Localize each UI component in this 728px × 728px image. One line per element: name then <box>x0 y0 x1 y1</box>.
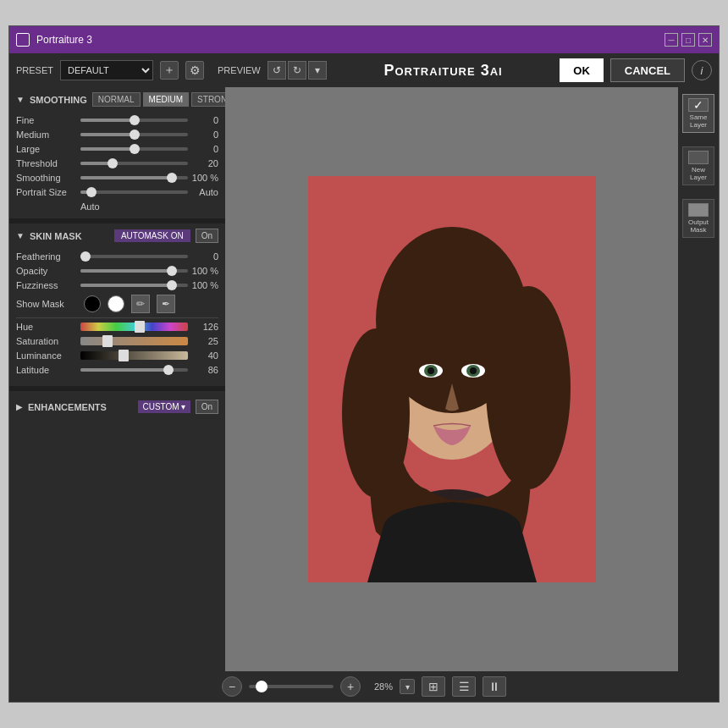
show-mask-row: Show Mask ✏ ✒ <box>16 295 218 313</box>
hue-slider-track <box>80 323 188 331</box>
skin-mask-arrow-icon[interactable]: ▼ <box>16 231 25 240</box>
strong-button[interactable]: STRONG <box>191 92 225 107</box>
threshold-label: Threshold <box>16 158 77 168</box>
mask-black-circle[interactable] <box>84 295 101 312</box>
enhancements-title: ENHANCEMENTS <box>28 402 107 412</box>
opacity-slider-fill <box>80 269 172 273</box>
settings-button[interactable]: ⚙ <box>185 61 204 80</box>
medium-value: 0 <box>191 130 218 140</box>
zoom-slider-thumb[interactable] <box>256 681 267 692</box>
skin-mask-title: SKIN MASK <box>30 231 82 241</box>
latitude-slider-fill <box>80 368 168 372</box>
undo-button[interactable]: ↺ <box>267 61 286 80</box>
same-layer-button[interactable]: ✓ SameLayer <box>682 94 714 133</box>
skin-mask-content: Feathering 0 Opacity 100 % <box>9 248 225 386</box>
minimize-button[interactable]: ─ <box>665 33 678 47</box>
bottom-bar: − + 28% ▾ ⊞ ☰ ⏸ <box>9 671 719 702</box>
undo-dropdown-button[interactable]: ▾ <box>308 61 327 80</box>
luminance-slider-row: Luminance 40 <box>16 350 218 361</box>
fine-slider-thumb[interactable] <box>130 115 140 125</box>
zoom-in-button[interactable]: + <box>340 676 361 697</box>
output-mask-button[interactable]: OutputMask <box>682 199 714 238</box>
fuzziness-value: 100 % <box>191 280 218 290</box>
luminance-slider-thumb[interactable] <box>119 350 129 361</box>
maximize-button[interactable]: □ <box>681 33 695 47</box>
app-title-text: Portraiture 3ai <box>383 62 502 79</box>
preset-select[interactable]: DEFAULT <box>60 60 153 80</box>
ok-button[interactable]: OK <box>560 58 604 82</box>
svg-point-11 <box>470 367 477 374</box>
left-panel: ▼ SMOOTHING NORMAL MEDIUM STRONG Fine 0 <box>9 87 225 671</box>
threshold-value: 20 <box>191 158 218 168</box>
app-icon <box>16 33 30 47</box>
threshold-slider-track <box>80 162 188 165</box>
large-slider-thumb[interactable] <box>130 144 140 154</box>
close-button[interactable]: ✕ <box>698 33 712 47</box>
luminance-label: Luminance <box>16 350 77 361</box>
saturation-slider-thumb[interactable] <box>102 335 113 347</box>
medium-label: Medium <box>16 130 77 140</box>
smoothing-label: Smoothing <box>16 173 77 183</box>
info-button[interactable]: i <box>692 60 712 80</box>
skin-mask-on-button[interactable]: On <box>196 229 218 243</box>
latitude-value: 86 <box>191 365 218 375</box>
title-bar-controls: ─ □ ✕ <box>665 33 712 47</box>
portrait-size-slider-row: Portrait Size Auto <box>16 187 218 197</box>
latitude-slider-thumb[interactable] <box>163 365 174 375</box>
smoothing-arrow-icon[interactable]: ▼ <box>16 95 25 104</box>
redo-button[interactable]: ↻ <box>288 61 306 80</box>
custom-button[interactable]: CUSTOM ▾ <box>138 400 190 413</box>
view-pause-button[interactable]: ⏸ <box>483 676 506 697</box>
zoom-dropdown-button[interactable]: ▾ <box>400 679 415 694</box>
enhancements-on-button[interactable]: On <box>196 400 218 414</box>
app-title: Portraiture 3ai <box>334 62 554 80</box>
new-layer-label: NewLayer <box>690 166 707 181</box>
hue-slider-thumb[interactable] <box>135 321 145 333</box>
add-preset-button[interactable]: ＋ <box>160 61 179 80</box>
view-split-button[interactable]: ☰ <box>452 676 476 697</box>
portrait-size-slider-thumb[interactable] <box>86 187 97 197</box>
fine-label: Fine <box>16 115 77 125</box>
same-layer-icon: ✓ <box>688 98 709 112</box>
latitude-slider-row: Latitude 86 <box>16 365 218 375</box>
medium-button[interactable]: MEDIUM <box>143 92 190 107</box>
feathering-slider-thumb[interactable] <box>80 251 91 262</box>
medium-slider-row: Medium 0 <box>16 130 218 140</box>
undo-redo-group: ↺ ↻ ▾ <box>267 61 327 80</box>
fuzziness-label: Fuzziness <box>16 280 77 290</box>
cancel-button[interactable]: CANCEL <box>610 58 685 82</box>
feathering-slider-track <box>80 255 188 258</box>
smoothing-slider-thumb[interactable] <box>167 173 177 183</box>
smoothing-title: SMOOTHING <box>30 95 87 105</box>
normal-button[interactable]: NORMAL <box>92 92 141 107</box>
threshold-slider-thumb[interactable] <box>108 158 118 168</box>
eyedropper2-button[interactable]: ✒ <box>157 295 175 313</box>
mask-white-circle[interactable] <box>108 295 124 312</box>
large-slider-fill <box>80 147 135 151</box>
enhancements-arrow-icon[interactable]: ▶ <box>16 402 23 411</box>
separator-2 <box>9 386 225 391</box>
smoothing-slider-row: Smoothing 100 % <box>16 173 218 183</box>
automask-button[interactable]: AUTOMASK ON <box>114 229 190 242</box>
eyedropper-button[interactable]: ✏ <box>131 295 150 313</box>
app-window: Portraiture 3 ─ □ ✕ PRESET DEFAULT ＋ ⚙ P… <box>8 25 720 703</box>
new-layer-button[interactable]: NewLayer <box>682 146 714 185</box>
latitude-slider-track <box>80 368 188 372</box>
view-single-button[interactable]: ⊞ <box>422 676 445 697</box>
saturation-slider-track <box>80 337 188 345</box>
zoom-out-button[interactable]: − <box>222 676 242 697</box>
zoom-slider-container <box>249 685 334 688</box>
fuzziness-slider-thumb[interactable] <box>167 280 177 290</box>
new-layer-icon <box>688 151 709 164</box>
smoothing-slider-track <box>80 176 188 179</box>
show-mask-label: Show Mask <box>16 299 77 309</box>
hue-value: 126 <box>191 322 218 332</box>
opacity-value: 100 % <box>191 266 218 276</box>
enhancements-section-header: ▶ ENHANCEMENTS CUSTOM ▾ On <box>9 394 225 419</box>
opacity-slider-thumb[interactable] <box>167 266 177 276</box>
medium-slider-thumb[interactable] <box>130 130 140 140</box>
fine-slider-track <box>80 119 188 122</box>
fine-slider-fill <box>80 119 135 122</box>
smoothing-value: 100 % <box>191 173 218 183</box>
zoom-value: 28% <box>367 681 393 692</box>
